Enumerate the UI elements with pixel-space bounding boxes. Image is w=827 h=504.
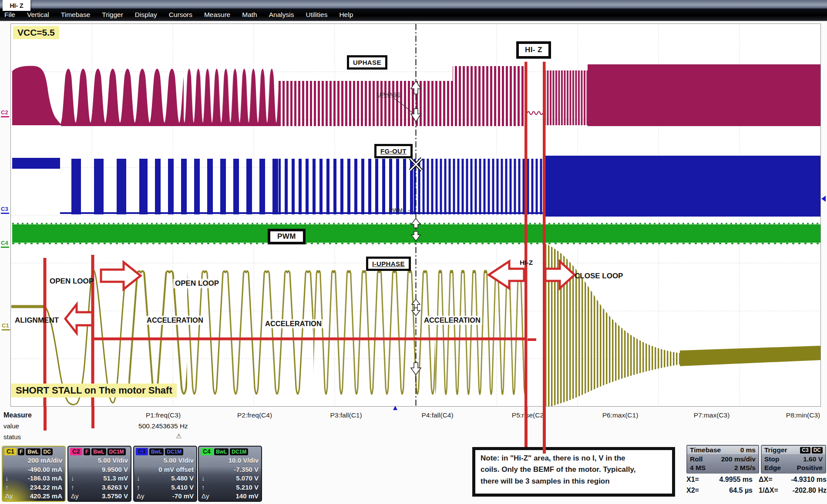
trigger-source-badge: C3 [800, 447, 810, 454]
timebase-title: Timebase [690, 446, 721, 454]
pwm-label: PWM [268, 229, 306, 244]
open-loop-label-2: OPEN LOOP [173, 279, 221, 288]
hiz-mid-label: HI-Z [518, 258, 535, 267]
red-marker-line [91, 407, 94, 428]
trigger-level-marker[interactable] [821, 196, 826, 202]
c3-cursor-min: 5.480 V [146, 474, 194, 483]
measure-param-p6[interactable]: P6:max(C1) [575, 411, 666, 419]
hiz-window-tag: HI- Z [3, 0, 30, 11]
c2-scale: 5.00 V/div [81, 456, 128, 465]
value-row-label: value [3, 422, 19, 430]
measure-param-p3[interactable]: P3:fall(C1) [300, 411, 392, 419]
c2-cursor-max: 3.6263 V [81, 483, 128, 492]
c1-offset: -490.00 mA [15, 465, 62, 474]
c2-badge: C2 [70, 448, 82, 455]
red-marker-line [543, 407, 546, 454]
c4-position-marker[interactable]: C4 [1, 240, 9, 248]
trigger-time-marker[interactable] [393, 406, 397, 410]
acceleration-label-3: ACCELERATION [422, 316, 482, 325]
channel-box-c2[interactable]: C2 F BwL DC1M 5.00 V/div 9.9500 V ↓51.3 … [67, 446, 131, 502]
c3-badge: C3 [136, 448, 148, 455]
measure-param-p5[interactable]: P5:rise(C2) [483, 411, 575, 419]
c4-cursor-min: 5.070 V [211, 474, 259, 483]
c1-scale: 200 mA/div [15, 456, 62, 465]
timebase-scale: 200 ms/div [721, 455, 756, 464]
close-loop-label: CLOSE LOOP [573, 271, 625, 281]
vcc-label: VCC=5.5 [13, 26, 59, 39]
measure-param-p8[interactable]: P8:min(C3) [757, 411, 827, 419]
uphase-label: UPHASE [347, 55, 387, 70]
hiz-note: Note: in "Hi-Z" area, there is no I, V i… [472, 447, 675, 497]
alignment-label: ALIGNMENT [13, 316, 61, 325]
status-row-label: status [3, 433, 21, 441]
channel-box-c3[interactable]: C3 BwL DC1M 5.00 V/div 0 mV offset ↓5.48… [133, 446, 197, 502]
red-marker-line [524, 407, 528, 447]
timebase-panel[interactable]: Timebase0 ms Roll200 ms/div 4 MS2 MS/s [686, 445, 759, 474]
timebase-samples: 4 MS [690, 464, 706, 472]
p1-status-warning-icon: ⚠ [176, 432, 182, 440]
c4-dc1m-badge: DC1M [230, 448, 248, 455]
c1-dc-badge: DC [42, 448, 53, 455]
c2-offset: 9.9500 V [81, 465, 128, 474]
timebase-rate: 2 MS/s [734, 464, 756, 472]
channel-box-c4[interactable]: C4 BwL DC1M 10.0 V/div -7.350 V ↓5.070 V… [198, 446, 262, 502]
c1-coupling-badge: F [18, 448, 24, 455]
inv-dx-value: -202.80 Hz [787, 487, 827, 494]
cursor-readout-row-2: X2=64.5 µs 1/ΔX=-202.80 Hz [686, 487, 827, 494]
channel-box-c1[interactable]: C1 F BwL DC 200 mA/div -490.00 mA ↓-186.… [2, 446, 66, 502]
measure-param-p7[interactable]: P7:max(C3) [666, 411, 757, 419]
x1-value: 4.9955 ms [709, 476, 753, 484]
c1-bwl-badge: BwL [26, 448, 40, 455]
c1-cursor-dy: 420.25 mA [15, 492, 62, 501]
c2-cursor-min: 51.3 mV [81, 474, 128, 483]
acceleration-label-1: ACCELERATION [145, 316, 205, 325]
c1-position-marker[interactable]: C1 [2, 323, 10, 330]
x2-value: 64.5 µs [709, 487, 753, 494]
c3-cursor-dy: -70 mV [146, 492, 194, 501]
c2-coupling-badge: F [84, 448, 90, 455]
c4-bwl-badge: BwL [214, 448, 229, 455]
trigger-slope: Positive [797, 464, 823, 472]
trigger-title: Trigger [764, 446, 787, 454]
uphase-trace-tag: UPHASE [377, 91, 400, 98]
short-stall-label: SHORT STALL on The motor Shaft [11, 384, 177, 397]
cursor-readout-row-1: X1=4.9955 ms ΔX=-4.9310 ms [686, 476, 827, 484]
c4-scale: 10.0 V/div [211, 456, 259, 465]
c2-position-marker[interactable]: C2 [1, 110, 9, 117]
c4-cursor-dy: 140 mV [211, 492, 259, 501]
c1-cursor-max: 234.22 mA [15, 483, 62, 492]
c1-badge: C1 [4, 448, 17, 455]
red-marker-line [44, 407, 47, 431]
oscilloscope-screen: File Vertical Timebase Trigger Display C… [0, 0, 827, 504]
trigger-mode: Stop [764, 455, 779, 464]
acceleration-label-2: ACCELERATION [263, 319, 323, 328]
c1-cursor-min: -186.03 mA [15, 474, 62, 483]
timebase-mode: Roll [690, 455, 703, 464]
c3-cursor-max: 5.410 V [146, 483, 194, 492]
c2-bwl-badge: BwL [91, 448, 106, 455]
c4-offset: -7.350 V [211, 465, 259, 474]
trigger-type: Edge [764, 464, 781, 472]
measure-param-p2[interactable]: P2:freq(C4) [209, 411, 300, 419]
measure-row-label: Measure [3, 411, 32, 419]
c3-dc1m-badge: DC1M [165, 448, 183, 455]
c2-dc1m-badge: DC1M [108, 448, 126, 455]
p1-value: 500.2453635 Hz [118, 422, 209, 430]
trigger-panel[interactable]: Trigger C3 DC Stop1.60 V EdgePositive [761, 445, 826, 474]
trigger-level: 1.60 V [803, 455, 823, 464]
measure-param-p1[interactable]: P1:freq(C3) [118, 411, 209, 419]
measure-param-p4[interactable]: P4:fall(C4) [392, 411, 483, 419]
pwm-trace-tag: PWM [389, 207, 403, 214]
c3-offset: 0 mV offset [146, 465, 194, 474]
open-loop-label-1: OPEN LOOP [48, 277, 95, 286]
hiz-box-label: HI- Z [516, 41, 551, 59]
c3-scale: 5.00 V/div [146, 456, 194, 465]
timebase-delay: 0 ms [740, 446, 756, 454]
dx-value: -4.9310 ms [787, 476, 827, 484]
trigger-coupling-badge: DC [812, 447, 823, 454]
c3-position-marker[interactable]: C3 [1, 206, 9, 214]
c2-cursor-dy: 3.5750 V [81, 492, 128, 501]
iuphase-label: I-UPHASE [366, 257, 411, 271]
c4-cursor-max: 5.210 V [211, 483, 259, 492]
c4-badge: C4 [201, 448, 213, 455]
